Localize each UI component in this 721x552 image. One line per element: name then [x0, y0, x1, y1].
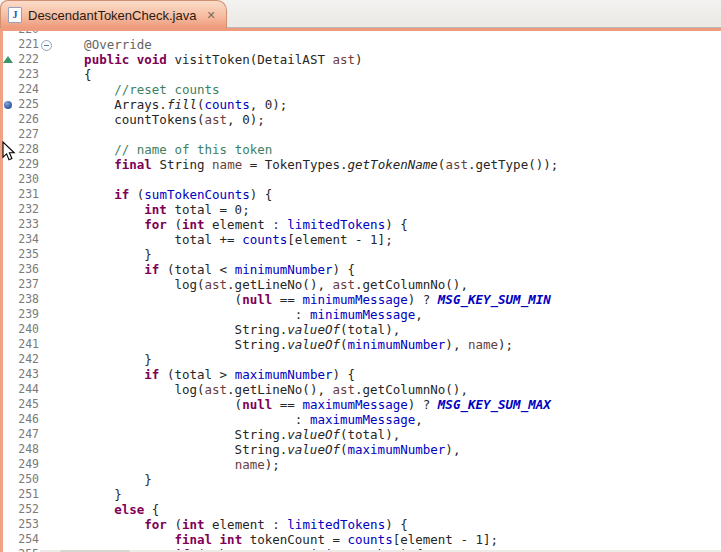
folding-ruler-cell [39, 412, 52, 427]
code-line: 228 // name of this token [3, 142, 721, 157]
code-line: 225 Arrays.fill(counts, 0); [3, 97, 721, 112]
line-number[interactable]: 227 [13, 127, 39, 142]
code-text: for (int element : limitedTokens) { [52, 217, 408, 232]
line-number[interactable]: 221 [13, 37, 39, 52]
line-number[interactable]: 248 [13, 442, 39, 457]
line-number[interactable]: 240 [13, 322, 39, 337]
code-line: 244 log(ast.getLineNo(), ast.getColumnNo… [3, 382, 721, 397]
folding-ruler-cell [39, 292, 52, 307]
line-number[interactable]: 252 [13, 502, 39, 517]
folding-ruler-cell [39, 67, 52, 82]
line-number[interactable]: 230 [13, 172, 39, 187]
code-line: 241 String.valueOf(minimumNumber), name)… [3, 337, 721, 352]
code-text: String.valueOf(minimumNumber), name); [52, 337, 513, 352]
code-lines: 220221 @Override222 public void visitTok… [3, 31, 721, 552]
code-line: 223 { [3, 67, 721, 82]
code-line: 226 countTokens(ast, 0); [3, 112, 721, 127]
close-icon[interactable]: ✕ [206, 9, 215, 21]
annotation-ruler-cell [3, 337, 13, 352]
code-line: 245 (null == maximumMessage) ? MSG_KEY_S… [3, 397, 721, 412]
annotation-ruler-cell [3, 352, 13, 367]
code-line: 254 final int tokenCount = counts[elemen… [3, 532, 721, 547]
line-number[interactable]: 241 [13, 337, 39, 352]
annotation-ruler-cell [3, 472, 13, 487]
tab-descendanttokencheck[interactable]: J DescendantTokenCheck.java ✕ [0, 0, 227, 28]
annotation-ruler-cell [3, 262, 13, 277]
line-number[interactable]: 232 [13, 202, 39, 217]
annotation-ruler-cell [3, 52, 13, 67]
code-text [52, 127, 54, 142]
code-line: 239 : minimumMessage, [3, 307, 721, 322]
folding-ruler-cell [39, 382, 52, 397]
annotation-ruler-cell [3, 277, 13, 292]
code-text: : maximumMessage, [52, 412, 423, 427]
line-number[interactable]: 243 [13, 367, 39, 382]
annotation-ruler-cell [3, 457, 13, 472]
line-number[interactable]: 235 [13, 247, 39, 262]
code-text: (null == maximumMessage) ? MSG_KEY_SUM_M… [52, 397, 551, 412]
code-editor[interactable]: 220221 @Override222 public void visitTok… [3, 31, 721, 552]
code-text: (null == minimumMessage) ? MSG_KEY_SUM_M… [52, 292, 551, 307]
code-line: 250 } [3, 472, 721, 487]
line-number[interactable]: 250 [13, 472, 39, 487]
line-number[interactable]: 234 [13, 232, 39, 247]
line-number[interactable]: 255 [13, 547, 39, 552]
line-number[interactable]: 254 [13, 532, 39, 547]
code-line: 246 : maximumMessage, [3, 412, 721, 427]
folding-ruler-cell [39, 352, 52, 367]
folding-ruler-cell [39, 397, 52, 412]
tab-title: DescendantTokenCheck.java [28, 8, 196, 23]
folding-ruler-cell [39, 217, 52, 232]
code-text: Arrays.fill(counts, 0); [52, 97, 287, 112]
folding-ruler-cell [39, 367, 52, 382]
line-number[interactable]: 225 [13, 97, 39, 112]
code-line: 231 if (sumTokenCounts) { [3, 187, 721, 202]
code-line: 235 } [3, 247, 721, 262]
line-number[interactable]: 231 [13, 187, 39, 202]
line-number[interactable]: 236 [13, 262, 39, 277]
fold-collapse-icon[interactable] [41, 40, 52, 51]
line-number[interactable]: 223 [13, 67, 39, 82]
code-line: 234 total += counts[element - 1]; [3, 232, 721, 247]
line-number[interactable]: 244 [13, 382, 39, 397]
line-number[interactable]: 242 [13, 352, 39, 367]
folding-ruler-cell [39, 52, 52, 67]
code-line: 232 int total = 0; [3, 202, 721, 217]
code-line: 251 } [3, 487, 721, 502]
folding-ruler-cell [39, 457, 52, 472]
line-number[interactable]: 238 [13, 292, 39, 307]
annotation-ruler-cell [3, 232, 13, 247]
line-number[interactable]: 245 [13, 397, 39, 412]
line-number[interactable]: 222 [13, 52, 39, 67]
code-line: 252 else { [3, 502, 721, 517]
folding-ruler-cell [39, 112, 52, 127]
folding-ruler-cell [39, 127, 52, 142]
code-line: 238 (null == minimumMessage) ? MSG_KEY_S… [3, 292, 721, 307]
line-number[interactable]: 251 [13, 487, 39, 502]
line-number[interactable]: 237 [13, 277, 39, 292]
folding-ruler-cell [39, 37, 52, 52]
annotation-ruler-cell [3, 187, 13, 202]
code-line: 227 [3, 127, 721, 142]
line-number[interactable]: 247 [13, 427, 39, 442]
line-number[interactable]: 226 [13, 112, 39, 127]
line-number[interactable]: 253 [13, 517, 39, 532]
line-number[interactable]: 229 [13, 157, 39, 172]
annotation-ruler-cell [3, 172, 13, 187]
line-number[interactable]: 233 [13, 217, 39, 232]
folding-ruler-cell [39, 232, 52, 247]
folding-ruler-cell [39, 277, 52, 292]
code-text: final String name = TokenTypes.getTokenN… [52, 157, 558, 172]
fold-minus-glyph [44, 45, 49, 46]
line-number[interactable]: 239 [13, 307, 39, 322]
code-line: 247 String.valueOf(total), [3, 427, 721, 442]
line-number[interactable]: 224 [13, 82, 39, 97]
line-number[interactable]: 246 [13, 412, 39, 427]
code-text: for (int element : limitedTokens) { [52, 517, 408, 532]
line-number[interactable]: 249 [13, 457, 39, 472]
annotation-ruler-cell [3, 247, 13, 262]
folding-ruler-cell [39, 157, 52, 172]
breakpoint-icon[interactable] [4, 101, 12, 109]
folding-ruler-cell [39, 172, 52, 187]
line-number[interactable]: 228 [13, 142, 39, 157]
